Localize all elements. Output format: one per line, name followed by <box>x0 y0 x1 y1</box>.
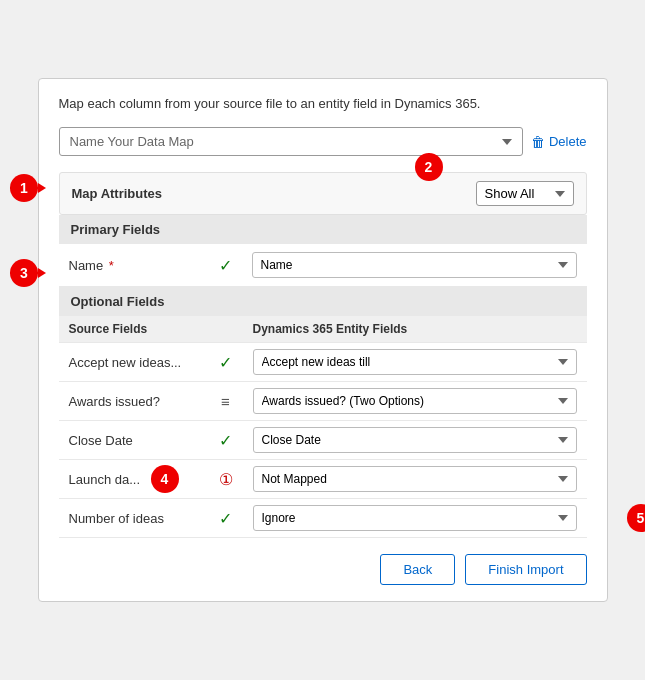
source-field-3: Launch da... <box>59 460 209 499</box>
entity-select-2[interactable]: Close Date <box>253 427 577 453</box>
name-field-row: Name * ✓︎ Name <box>59 244 587 287</box>
show-all-select[interactable]: Show All Mapped Unmapped <box>476 181 574 206</box>
entity-select-3[interactable]: Not Mapped <box>253 466 577 492</box>
table-row: Close Date ✓ Close Date <box>59 421 587 460</box>
name-source-label: Name * <box>59 244 209 287</box>
description-text: Map each column from your source file to… <box>59 95 587 113</box>
map-attributes-bar: Map Attributes 2 Show All Mapped Unmappe… <box>59 172 587 215</box>
icon-cell-2: ✓ <box>209 421 243 460</box>
doc-icon: ≡ <box>221 393 230 410</box>
table-row: Awards issued? ≡ Awards issued? (Two Opt… <box>59 382 587 421</box>
entity-col-header: Dynamics 365 Entity Fields <box>243 316 587 343</box>
table-row: Number of ideas ✓ Ignore 5 <box>59 499 587 538</box>
data-map-select[interactable]: Name Your Data Map <box>59 127 523 156</box>
optional-fields-table: Source Fields Dynamics 365 Entity Fields… <box>59 316 587 538</box>
entity-cell-0: Accept new ideas till <box>243 343 587 382</box>
columns-header: Source Fields Dynamics 365 Entity Fields <box>59 316 587 343</box>
entity-select-4[interactable]: Ignore <box>253 505 577 531</box>
check-icon: ✓ <box>219 354 232 371</box>
icon-cell-4: ✓ <box>209 499 243 538</box>
required-star: * <box>109 258 114 273</box>
delete-button[interactable]: 🗑 Delete <box>531 134 587 150</box>
check-icon: ✓ <box>219 510 232 527</box>
check-icon: ✓ <box>219 432 232 449</box>
trash-icon: 🗑 <box>531 134 545 150</box>
primary-fields-header: Primary Fields <box>59 215 587 244</box>
callout-2: 2 <box>415 153 443 181</box>
icon-cell-1: ≡ <box>209 382 243 421</box>
main-panel: Map each column from your source file to… <box>38 78 608 602</box>
source-field-4: Number of ideas <box>59 499 209 538</box>
icon-cell-3: 4 ① <box>209 460 243 499</box>
primary-fields-table: Name * ✓︎ Name <box>59 244 587 287</box>
footer-buttons: Back Finish Import <box>59 554 587 585</box>
callout-3: 3 <box>10 259 38 287</box>
entity-select-1[interactable]: Awards issued? (Two Options) <box>253 388 577 414</box>
callout-4: 4 <box>151 465 179 493</box>
map-attributes-label: Map Attributes <box>72 186 163 201</box>
source-field-0: Accept new ideas... <box>59 343 209 382</box>
source-field-2: Close Date <box>59 421 209 460</box>
name-entity-cell: Name <box>242 244 587 287</box>
entity-cell-2: Close Date <box>243 421 587 460</box>
callout-5: 5 <box>627 504 646 532</box>
optional-fields-header: Optional Fields <box>59 287 587 316</box>
table-row: Launch da... 4 ① Not Mapped <box>59 460 587 499</box>
name-entity-select[interactable]: Name <box>252 252 577 278</box>
icon-cell-0: ✓ <box>209 343 243 382</box>
entity-cell-1: Awards issued? (Two Options) <box>243 382 587 421</box>
table-row: Accept new ideas... ✓ Accept new ideas t… <box>59 343 587 382</box>
finish-import-button[interactable]: Finish Import <box>465 554 586 585</box>
warning-icon: ① <box>219 471 233 488</box>
entity-select-0[interactable]: Accept new ideas till <box>253 349 577 375</box>
entity-cell-4: Ignore 5 <box>243 499 587 538</box>
check-icon: ✓︎ <box>219 257 232 274</box>
source-field-1: Awards issued? <box>59 382 209 421</box>
name-icon-cell: ✓︎ <box>209 244 242 287</box>
source-col-header: Source Fields <box>59 316 209 343</box>
entity-cell-3: Not Mapped <box>243 460 587 499</box>
data-map-row: Name Your Data Map 🗑 Delete <box>59 127 587 156</box>
callout-1: 1 <box>10 174 38 202</box>
back-button[interactable]: Back <box>380 554 455 585</box>
